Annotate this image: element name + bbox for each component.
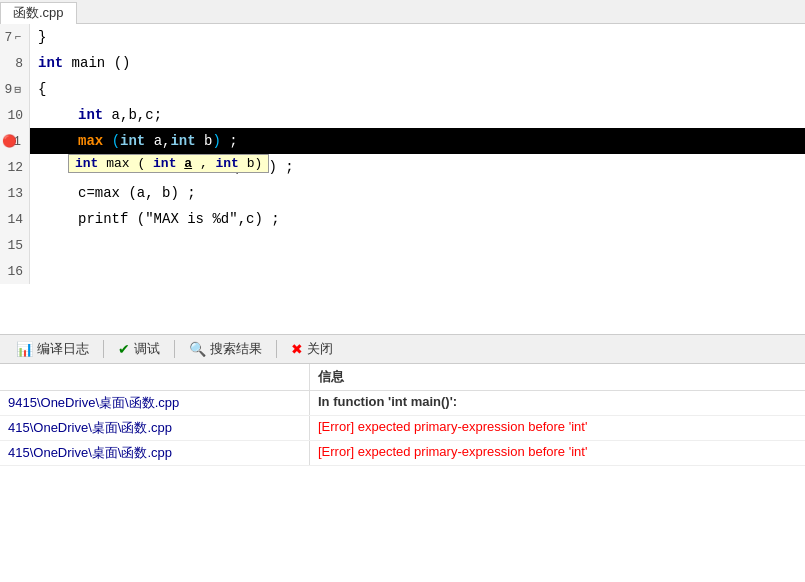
line-number-13: 13 — [0, 180, 30, 206]
error-file-0: 9415\OneDrive\桌面\函数.cpp — [0, 391, 310, 415]
line-number-8: 8 — [0, 50, 30, 76]
collapse-icon-9: ⊟ — [14, 83, 21, 96]
error-msg-1: [Error] expected primary-expression befo… — [310, 416, 805, 440]
check-icon: ✔ — [118, 341, 130, 357]
code-line-12: 12 int max ( int a , int b) &a, &b) ; — [0, 154, 805, 180]
autocomplete-tooltip: int max ( int a , int b) — [68, 154, 269, 173]
close-label: 关闭 — [307, 340, 333, 358]
chart-icon: 📊 — [16, 341, 33, 357]
close-icon: ✖ — [291, 341, 303, 357]
search-icon: 🔍 — [189, 341, 206, 357]
toolbar-separator-3 — [276, 340, 277, 358]
line-content-16 — [30, 258, 805, 284]
code-line-8: 8 int main () — [0, 50, 805, 76]
code-line-15: 15 — [0, 232, 805, 258]
debug-button[interactable]: ✔ 调试 — [110, 338, 168, 360]
code-line-9: 9 ⊟ { — [0, 76, 805, 102]
code-line-16: 16 — [0, 258, 805, 284]
code-line-10: 10 int a,b,c; — [0, 102, 805, 128]
code-line-13: 13 c=max (a, b) ; — [0, 180, 805, 206]
error-file-2: 415\OneDrive\桌面\函数.cpp — [0, 441, 310, 465]
line-content-12: int max ( int a , int b) &a, &b) ; — [30, 154, 805, 180]
file-tab[interactable]: 函数.cpp — [0, 2, 77, 24]
file-column-header — [0, 364, 310, 390]
error-row-2: 415\OneDrive\桌面\函数.cpp [Error] expected … — [0, 441, 805, 466]
line-number-9: 9 ⊟ — [0, 76, 30, 102]
error-msg-function: In function 'int main()': — [310, 391, 805, 415]
code-line-7: 7 ⌐ } — [0, 24, 805, 50]
search-results-label: 搜索结果 — [210, 340, 262, 358]
compile-log-label: 编译日志 — [37, 340, 89, 358]
code-editor[interactable]: 7 ⌐ } 8 int main () 9 ⊟ { 10 int a,b,c; — [0, 24, 805, 334]
toolbar-separator-2 — [174, 340, 175, 358]
error-marker: 🔴 — [2, 134, 17, 149]
line-content-13: c=max (a, b) ; — [30, 180, 805, 206]
code-line-11: 🔴 11 max ( int a, int b ) ; — [0, 128, 805, 154]
line-content-9: { — [30, 76, 805, 102]
collapse-icon-7: ⌐ — [14, 31, 21, 43]
line-content-8: int main () — [30, 50, 805, 76]
code-line-14: 14 printf ("MAX is %d",c) ; — [0, 206, 805, 232]
tab-bar: 函数.cpp — [0, 0, 805, 24]
error-panel-header: 信息 — [0, 364, 805, 391]
error-row-function: 9415\OneDrive\桌面\函数.cpp In function 'int… — [0, 391, 805, 416]
line-content-10: int a,b,c; — [30, 102, 805, 128]
error-file-1: 415\OneDrive\桌面\函数.cpp — [0, 416, 310, 440]
line-number-14: 14 — [0, 206, 30, 232]
line-content-11: max ( int a, int b ) ; — [30, 128, 805, 154]
error-row-1: 415\OneDrive\桌面\函数.cpp [Error] expected … — [0, 416, 805, 441]
tab-label: 函数.cpp — [13, 4, 64, 22]
bottom-toolbar: 📊 编译日志 ✔ 调试 🔍 搜索结果 ✖ 关闭 — [0, 334, 805, 364]
error-msg-2: [Error] expected primary-expression befo… — [310, 441, 805, 465]
line-number-15: 15 — [0, 232, 30, 258]
line-number-16: 16 — [0, 258, 30, 284]
line-content-7: } — [30, 24, 805, 50]
line-number-7: 7 ⌐ — [0, 24, 30, 50]
line-content-14: printf ("MAX is %d",c) ; — [30, 206, 805, 232]
line-number-11: 🔴 11 — [0, 128, 30, 154]
close-button[interactable]: ✖ 关闭 — [283, 338, 341, 360]
line-number-10: 10 — [0, 102, 30, 128]
compile-log-button[interactable]: 📊 编译日志 — [8, 338, 97, 360]
line-content-15 — [30, 232, 805, 258]
line-number-12: 12 — [0, 154, 30, 180]
search-results-button[interactable]: 🔍 搜索结果 — [181, 338, 270, 360]
error-panel: 信息 9415\OneDrive\桌面\函数.cpp In function '… — [0, 364, 805, 582]
debug-label: 调试 — [134, 340, 160, 358]
info-column-header: 信息 — [310, 364, 805, 390]
toolbar-separator-1 — [103, 340, 104, 358]
